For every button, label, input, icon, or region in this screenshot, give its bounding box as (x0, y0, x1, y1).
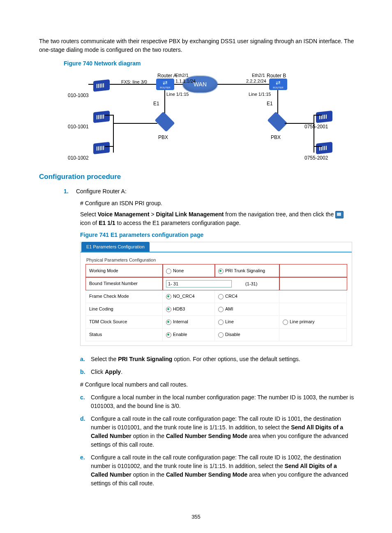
step-e-t2: option in the (131, 471, 166, 478)
working-mode-empty (279, 264, 347, 277)
step-a-t1: Select the (91, 356, 118, 362)
radio-enable[interactable] (166, 332, 171, 338)
pbx-a-label: PBX (158, 134, 168, 141)
e1-a-label: E1 (153, 100, 159, 107)
radio-pri-trunk[interactable] (218, 269, 224, 274)
radio-none[interactable] (166, 269, 171, 274)
step-b-t2: . (121, 368, 122, 375)
phone-0755-2002-label: 0755-2002 (304, 154, 328, 162)
radio-nocrc4[interactable] (166, 294, 171, 299)
frame-nocrc4-cell: NO_CRC4 (163, 290, 215, 303)
opt-crc4: CRC4 (225, 294, 238, 299)
radio-line[interactable] (218, 320, 224, 325)
line-a-label: Line 1/1:15 (166, 91, 189, 98)
step-c-body: Configure a local number in the local nu… (91, 393, 355, 410)
working-mode-label: Working Mode (86, 264, 163, 277)
e1-11-bold: E1 1/1 (99, 220, 115, 226)
opt-hdb3: HDB3 (173, 306, 185, 311)
router-a-icon (156, 79, 174, 90)
radio-crc4[interactable] (218, 294, 224, 299)
pbx-b-label: PBX (271, 134, 281, 141)
physical-params-legend: Physical Parameters Configuration (86, 257, 352, 264)
e1-parameters-tab[interactable]: E1 Parameters Configuration (81, 242, 150, 252)
edit-icon (335, 211, 344, 218)
step-d-body: Configure a call route in the call route… (91, 415, 355, 449)
bound-range: (1-31) (245, 281, 257, 286)
radio-internal[interactable] (166, 320, 171, 325)
step-b-body: Click Apply. (91, 368, 355, 376)
frame-label: Frame Check Mode (86, 290, 163, 303)
figure-740-caption: Figure 740 Network diagram (64, 59, 355, 68)
tdm-lineprimary-cell: Line primary (279, 315, 347, 328)
step-e: e. Configure a call route in the call ro… (80, 453, 355, 488)
tdm-line-cell: Line (215, 315, 279, 328)
step-1: 1. Configure Router A: (64, 187, 355, 196)
panel-tabbar: E1 Parameters Configuration (81, 242, 352, 253)
opt-internal: Internal (173, 319, 188, 324)
step-c-letter: c. (80, 393, 91, 410)
radio-ami[interactable] (218, 307, 224, 312)
row-status: Status Enable Disable (86, 328, 347, 341)
phone-0755-2001-label: 0755-2001 (304, 123, 328, 130)
step-b: b. Click Apply. (80, 368, 355, 376)
frame-crc4-cell: CRC4 (215, 290, 279, 303)
network-diagram: WAN Router A Eth2/1 1.1.1.1/24 Router B … (64, 70, 327, 161)
phone-010-1001-label: 010-1001 (68, 123, 89, 130)
step-a-t2: option. For other options, use the defau… (172, 356, 300, 362)
figure-741-caption: Figure 741 E1 parameters configuration p… (80, 231, 355, 239)
digital-link-mgmt-bold: Digital Link Management (156, 211, 224, 218)
select-suffix: from the navigation tree, and then click… (224, 211, 335, 218)
step-e-letter: e. (80, 453, 91, 488)
linecoding-empty (279, 303, 347, 315)
linecoding-label: Line Coding (86, 303, 163, 315)
section-configuration-procedure: Configuration procedure (39, 171, 355, 182)
step-c: c. Configure a local number in the local… (80, 393, 355, 410)
e1-b-label: E1 (267, 100, 273, 107)
phone-010-1003-icon (93, 78, 111, 90)
frame-empty (279, 290, 347, 303)
opt-none: None (173, 268, 184, 273)
icon-suffix-2: to access the E1 parameters configuratio… (115, 220, 241, 226)
router-b-icon (269, 79, 287, 90)
phone-010-1003-label: 010-1003 (68, 92, 89, 99)
tdm-internal-cell: Internal (163, 315, 215, 328)
step-a-letter: a. (80, 355, 91, 364)
router-a-label: Router A (157, 72, 177, 79)
step-1-text: Configure Router A: (76, 188, 127, 195)
router-b-label: Router B (267, 72, 286, 79)
gt-sep: > (150, 211, 156, 218)
step-d-t2: option in the (131, 433, 166, 439)
opt-enable: Enable (173, 332, 187, 337)
opt-pri: PRI Trunk Signaling (225, 268, 265, 273)
select-instruction: Select Voice Management > Digital Link M… (80, 210, 355, 227)
step-e-b2: Called Number Sending Mode (166, 471, 247, 478)
pbx-b-icon (267, 111, 287, 132)
step-d-letter: d. (80, 415, 91, 449)
bound-value-cell: (1-31) (163, 277, 279, 290)
opt-line-primary: Line primary (290, 319, 315, 324)
document-page: The two routers communicate with their r… (0, 0, 392, 533)
status-disable-cell: Disable (215, 328, 279, 341)
row-frame-check: Frame Check Mode NO_CRC4 CRC4 (86, 290, 347, 303)
step-d-b2: Called Number Sending Mode (166, 433, 247, 439)
step-a: a. Select the PRI Trunk Signaling option… (80, 355, 355, 364)
step-1-body: # Configure an ISDN PRI group. Select Vo… (80, 199, 355, 346)
radio-disable[interactable] (218, 332, 224, 338)
e1-parameters-table: Working Mode None PRI Trunk Signaling Bo… (85, 264, 347, 341)
hash-configure-isdn: # Configure an ISDN PRI group. (80, 199, 355, 208)
hash-configure-local: # Configure local numbers and call route… (80, 380, 355, 389)
radio-line-primary[interactable] (283, 320, 288, 325)
linecoding-hdb3-cell: HDB3 (163, 303, 215, 315)
opt-ami: AMI (225, 306, 233, 311)
status-empty (279, 328, 347, 341)
step-b-letter: b. (80, 368, 91, 376)
select-prefix: Select (80, 211, 98, 218)
radio-hdb3[interactable] (166, 307, 171, 312)
bound-label: Bound Timeslot Number (86, 277, 163, 290)
pbx-a-icon (154, 111, 175, 132)
row-line-coding: Line Coding HDB3 AMI (86, 303, 347, 315)
status-enable-cell: Enable (163, 328, 215, 341)
step-1-number: 1. (64, 187, 74, 196)
opt-disable: Disable (225, 332, 240, 337)
bound-timeslot-input[interactable] (166, 280, 232, 287)
